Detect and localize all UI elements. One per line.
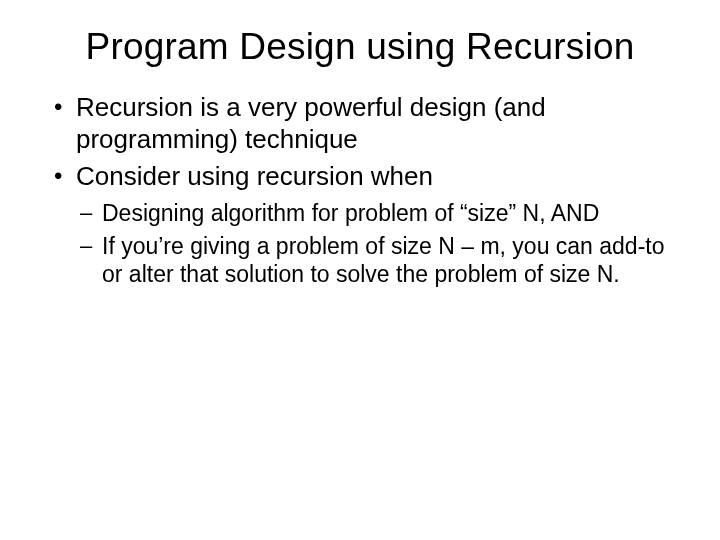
slide-title: Program Design using Recursion [50,26,670,68]
sub-bullet-text: Designing algorithm for problem of “size… [102,200,599,226]
list-item: Recursion is a very powerful design (and… [50,92,670,155]
list-item: If you’re giving a problem of size N – m… [76,232,670,289]
list-item: Consider using recursion when Designing … [50,161,670,288]
sub-bullet-text: If you’re giving a problem of size N – m… [102,233,665,288]
sub-bullet-list: Designing algorithm for problem of “size… [76,199,670,289]
bullet-text: Recursion is a very powerful design (and… [76,92,546,154]
list-item: Designing algorithm for problem of “size… [76,199,670,228]
bullet-text: Consider using recursion when [76,161,433,191]
bullet-list: Recursion is a very powerful design (and… [50,92,670,289]
